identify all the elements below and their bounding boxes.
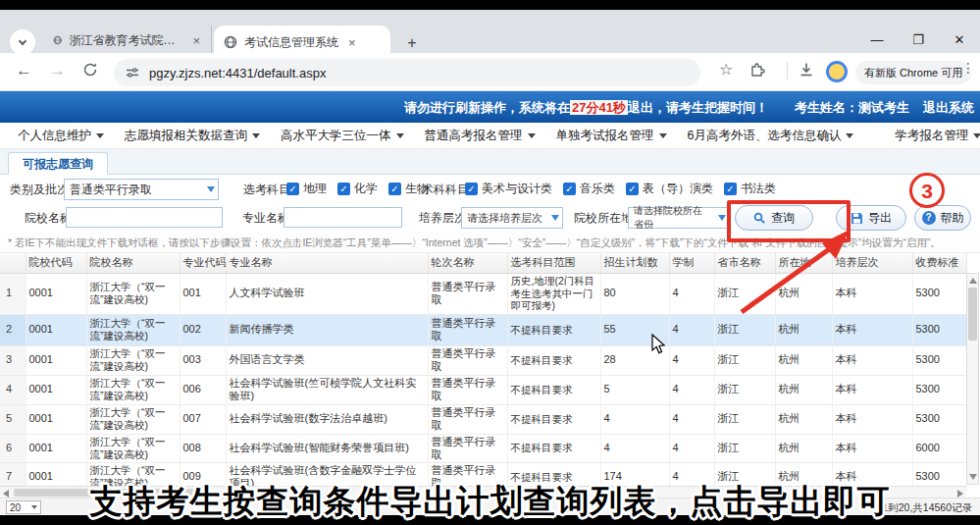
menu-item-5[interactable]: 6月高考外语、选考信息确认 xyxy=(688,128,854,144)
back-button[interactable]: ← xyxy=(16,61,32,80)
checkbox-label: 地理 xyxy=(303,181,327,197)
checkbox-checked-icon[interactable]: ✓ xyxy=(563,183,576,195)
chevron-down-icon xyxy=(659,133,667,138)
table-cell: 浙江大学（“双一流”建设高校) xyxy=(86,345,180,375)
toolbar-divider xyxy=(787,62,788,79)
save-icon xyxy=(851,212,863,225)
checkbox-label: 书法类 xyxy=(741,181,776,197)
table-cell: 普通类平行录取 xyxy=(428,273,507,314)
browser-tab-inactive[interactable]: 浙江省教育考试院官网 考生办… × xyxy=(43,26,212,55)
checkbox-checked-icon[interactable]: ✓ xyxy=(286,183,299,195)
table-cell: 人文科学试验班 xyxy=(226,273,428,314)
table-cell: 不提科目要求 xyxy=(507,314,600,345)
level-placeholder: 请选择培养层次 xyxy=(467,211,542,226)
tab-search-button[interactable] xyxy=(10,29,35,55)
level-label: 培养层次 xyxy=(419,210,466,227)
extensions-icon[interactable] xyxy=(749,62,765,78)
checkbox-checked-icon[interactable]: ✓ xyxy=(337,183,350,195)
annotation-step-number: 3 xyxy=(909,173,945,208)
menu-item-label: 个人信息维护 xyxy=(18,128,91,144)
table-row[interactable]: 60001浙江大学（“双一流”建设高校)008社会科学试验班(智能财务荣誉项目班… xyxy=(0,434,966,462)
tab-plan-query[interactable]: 可报志愿查询 xyxy=(8,152,108,175)
vertical-scroll-thumb[interactable] xyxy=(968,288,977,341)
bookmark-star-icon[interactable]: ☆ xyxy=(719,60,733,79)
location-placeholder: 请选择院校所在省份 xyxy=(634,204,711,232)
table-cell: 4 xyxy=(669,345,714,375)
table-cell: 浙江大学（“双一流”建设高校) xyxy=(86,434,180,462)
address-bar[interactable]: pgzy.zjzs.net:4431/default.aspx xyxy=(114,59,700,86)
column-header: 专业代码 xyxy=(180,253,226,273)
table-cell: 002 xyxy=(180,314,226,345)
location-label: 院校所在地 xyxy=(574,210,633,227)
column-header: 院校代码 xyxy=(26,253,86,273)
menu-item-label: 高水平大学三位一体 xyxy=(281,128,391,144)
location-select[interactable]: 请选择院校所在省份 xyxy=(628,207,730,229)
browser-menu-icon[interactable]: ⋮ xyxy=(961,60,975,76)
table-cell: 杭州 xyxy=(775,404,832,434)
column-header: 招生计划数 xyxy=(600,253,669,273)
table-cell: 杭州 xyxy=(775,434,832,462)
profile-avatar[interactable] xyxy=(826,61,848,82)
table-row[interactable]: 50001浙江大学（“双一流”建设高校)007社会科学试验班(数字法治卓越班)普… xyxy=(0,404,966,434)
checkbox-checked-icon[interactable]: ✓ xyxy=(626,183,639,195)
chevron-down-icon xyxy=(252,133,260,138)
table-cell: 007 xyxy=(180,404,226,434)
art-subject-checkbox-0[interactable]: ✓美术与设计类 xyxy=(465,181,552,197)
chrome-update-chip[interactable]: 有新版 Chrome 可用 xyxy=(855,61,971,84)
scroll-up-icon[interactable] xyxy=(969,278,977,284)
menu-item-6[interactable]: 学考报名管理 xyxy=(895,128,980,144)
column-header: 选考科目范围 xyxy=(507,253,600,273)
download-icon[interactable] xyxy=(799,62,814,78)
checkbox-checked-icon[interactable]: ✓ xyxy=(388,183,401,195)
table-cell: 4 xyxy=(669,434,714,462)
menu-item-2[interactable]: 高水平大学三位一体 xyxy=(281,128,404,144)
vertical-scrollbar[interactable] xyxy=(966,273,979,485)
browser-tab-bar: 浙江省教育考试院官网 考生办… × 考试信息管理系统 × + — ❐ ✕ xyxy=(0,10,980,53)
site-info-icon[interactable] xyxy=(126,66,139,79)
table-cell: 0001 xyxy=(26,375,86,404)
checkbox-label: 表（导）演类 xyxy=(643,181,713,197)
tab-title: 考试信息管理系统 xyxy=(244,34,338,51)
table-row[interactable]: 20001浙江大学（“双一流”建设高校)002新闻传播学类普通类平行录取不提科目… xyxy=(0,314,966,345)
table-cell: 社会科学试验班(竺可桢学院人文社科实验班) xyxy=(226,375,428,404)
table-cell: 4 xyxy=(600,404,669,434)
menu-item-3[interactable]: 普通高考报名管理 xyxy=(425,128,536,144)
chevron-down-icon xyxy=(207,186,215,192)
chevron-down-icon xyxy=(96,133,104,138)
logout-button[interactable]: 退出系统 xyxy=(923,99,974,117)
table-row[interactable]: 30001浙江大学（“双一流”建设高校)003外国语言文学类普通类平行录取不提科… xyxy=(0,345,966,375)
school-name-input[interactable] xyxy=(66,207,223,228)
close-tab-icon[interactable]: × xyxy=(345,35,359,50)
table-cell: 4 xyxy=(669,375,714,404)
art-subject-checkbox-group: ✓美术与设计类✓音乐类✓表（导）演类✓书法类 xyxy=(465,181,776,197)
category-select[interactable]: 普通类平行录取 xyxy=(64,179,219,200)
reload-button[interactable] xyxy=(82,62,98,78)
table-row[interactable]: 40001浙江大学（“双一流”建设高校)006社会科学试验班(竺可桢学院人文社科… xyxy=(0,375,966,404)
subject-checkbox-1[interactable]: ✓化学 xyxy=(337,181,378,197)
checkbox-checked-icon[interactable]: ✓ xyxy=(465,183,478,195)
menu-item-label: 志愿填报相关数据查询 xyxy=(125,128,247,144)
art-subject-checkbox-3[interactable]: ✓书法类 xyxy=(724,181,776,197)
new-tab-button[interactable]: + xyxy=(400,31,424,55)
browser-tab-active[interactable]: 考试信息管理系统 × xyxy=(214,26,390,59)
table-cell: 本科 xyxy=(832,375,912,404)
column-header: 院校名称 xyxy=(86,253,180,273)
menu-item-4[interactable]: 单独考试报名管理 xyxy=(556,128,667,144)
art-subject-checkbox-1[interactable]: ✓音乐类 xyxy=(563,181,615,197)
art-subject-checkbox-2[interactable]: ✓表（导）演类 xyxy=(626,181,713,197)
forward-button[interactable]: → xyxy=(49,61,66,80)
menu-item-1[interactable]: 志愿填报相关数据查询 xyxy=(125,128,260,144)
table-cell: 杭州 xyxy=(775,314,832,345)
filter-row-1: 类别及批次 普通类平行录取 选考科目 ✓地理✓化学✓生物 术科科目 ✓美术与设计… xyxy=(0,175,980,203)
close-tab-icon[interactable]: × xyxy=(189,33,203,48)
table-row[interactable]: 10001浙江大学（“双一流”建设高校)001人文科学试验班普通类平行录取历史,… xyxy=(0,273,966,314)
subject-checkbox-0[interactable]: ✓地理 xyxy=(286,181,327,197)
checkbox-checked-icon[interactable]: ✓ xyxy=(724,183,737,195)
major-name-input[interactable] xyxy=(284,207,402,228)
table-cell: 1 xyxy=(0,273,26,314)
table-cell: 5300 xyxy=(912,345,966,375)
help-button[interactable]: ? 帮助 xyxy=(914,205,971,231)
table-cell: 80 xyxy=(600,273,669,314)
level-select[interactable]: 请选择培养层次 xyxy=(461,207,563,229)
menu-item-0[interactable]: 个人信息维护 xyxy=(18,128,104,144)
